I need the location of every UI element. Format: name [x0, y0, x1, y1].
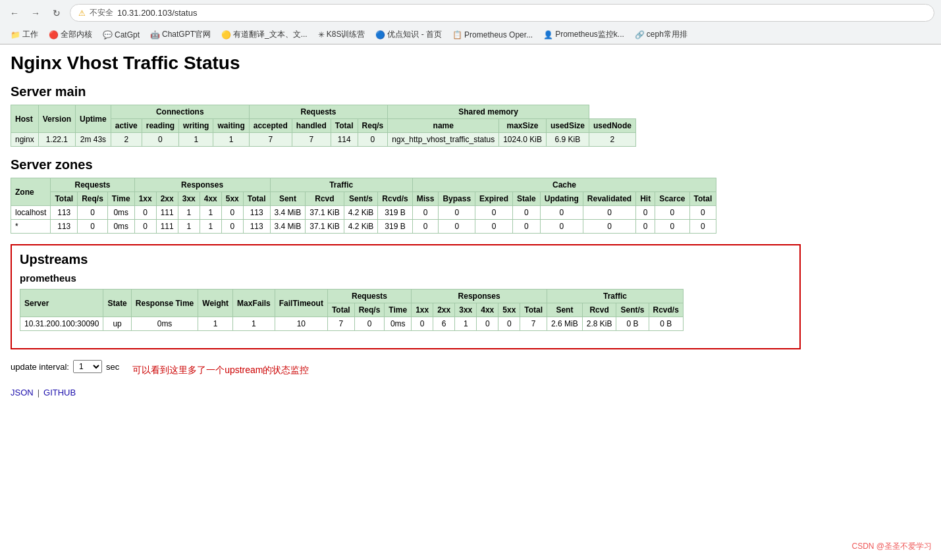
col-5xx: 5xx — [221, 192, 243, 206]
cell-zone: localhost — [11, 206, 51, 220]
cell-sent-s: 4.2 KiB — [344, 206, 378, 220]
cell-scarce: 0 — [655, 206, 689, 220]
cell-resp-total: 7 — [520, 317, 547, 331]
bookmark-icon: 🤖 — [150, 30, 160, 39]
col-requests: Requests — [51, 178, 134, 192]
col-req-total: Total — [51, 192, 78, 206]
cell-miss: 0 — [412, 220, 439, 234]
col-bypass: Bypass — [439, 192, 475, 206]
bookmark-label: K8S训练营 — [327, 29, 365, 40]
col-req-time: Time — [385, 303, 412, 317]
bookmark-label: Prometheus监控k... — [555, 29, 624, 40]
page-title: Nginx Vhost Traffic Status — [11, 53, 930, 74]
cell-maxsize: 1024.0 KiB — [499, 133, 547, 147]
upstream-name: prometheus — [20, 272, 792, 284]
cell-4xx: 0 — [477, 317, 498, 331]
forward-button[interactable]: → — [28, 5, 43, 21]
json-link[interactable]: JSON — [11, 388, 34, 397]
bookmark-item[interactable]: 🔴全部内核 — [45, 28, 96, 41]
cell-rcvd-s: 0 B — [649, 317, 683, 331]
col-usedsize: usedSize — [546, 119, 589, 133]
cell-miss: 0 — [412, 206, 439, 220]
bookmark-item[interactable]: 📁工作 — [7, 28, 42, 41]
bookmark-label: 工作 — [22, 29, 38, 40]
bookmark-item[interactable]: 🟡有道翻译_文本、文... — [217, 28, 311, 41]
cell-max-fails: 1 — [233, 317, 275, 331]
security-warning-icon: ⚠ — [78, 9, 86, 18]
col-response-time: Response Time — [131, 290, 198, 317]
browser-nav: ← → ↻ ⚠ 不安全 10.31.200.103/status — [0, 0, 941, 26]
col-req-total: Total — [327, 303, 354, 317]
col-1xx: 1xx — [134, 192, 156, 206]
cell-req-s: 0 — [78, 206, 108, 220]
cell-4xx: 1 — [200, 206, 221, 220]
table-row: localhost 113 0 0ms 0 111 1 1 0 113 3.4 … — [11, 206, 716, 220]
col-3xx: 3xx — [455, 303, 477, 317]
cell-waiting: 1 — [213, 133, 249, 147]
bookmark-item[interactable]: 🔗ceph常用排 — [631, 28, 691, 41]
col-host: Host — [11, 105, 39, 133]
col-sm-name: name — [388, 119, 499, 133]
col-1xx: 1xx — [412, 303, 433, 317]
cell-req-time: 0ms — [107, 206, 134, 220]
insecure-label: 不安全 — [90, 7, 113, 18]
update-interval-select[interactable]: 12510 — [73, 360, 102, 373]
cell-rcvd: 2.8 KiB — [582, 317, 616, 331]
bookmark-label: 有道翻译_文本、文... — [233, 29, 308, 40]
col-fail-timeout: FailTimeout — [275, 290, 327, 317]
col-uptime: Uptime — [76, 105, 111, 133]
cell-sent: 3.4 MiB — [270, 220, 306, 234]
cell-weight: 1 — [198, 317, 233, 331]
bookmarks-bar: 📁工作🔴全部内核💬CatGpt🤖ChatGPT官网🟡有道翻译_文本、文...✳K… — [0, 26, 941, 44]
cell-3xx: 1 — [178, 206, 200, 220]
address-bar[interactable]: ⚠ 不安全 10.31.200.103/status — [70, 4, 934, 22]
bookmark-icon: 🔵 — [375, 30, 385, 39]
cell-req-time: 0ms — [107, 220, 134, 234]
col-5xx: 5xx — [498, 303, 520, 317]
col-rcvd: Rcvd — [306, 192, 344, 206]
cell-total: 114 — [331, 133, 358, 147]
cell-fail-timeout: 10 — [275, 317, 327, 331]
server-zones-table: Zone Requests Responses Traffic Cache To… — [11, 178, 716, 234]
url-text: 10.31.200.103/status — [117, 8, 197, 18]
col-hit: Hit — [636, 192, 655, 206]
cell-bypass: 0 — [439, 206, 475, 220]
cell-stale: 0 — [513, 220, 541, 234]
col-req-req-s: Req/s — [78, 192, 108, 206]
cell-1xx: 0 — [134, 206, 156, 220]
cell-req-s: 0 — [358, 133, 388, 147]
col-3xx: 3xx — [178, 192, 200, 206]
cell-sent: 2.6 MiB — [547, 317, 583, 331]
bookmark-item[interactable]: 👤Prometheus监控k... — [539, 28, 628, 41]
col-rcvd-s: Rcvd/s — [649, 303, 683, 317]
bookmark-icon: 📁 — [11, 30, 20, 39]
col-2xx: 2xx — [156, 192, 178, 206]
table-row: nginx 1.22.1 2m 43s 2 0 1 1 7 7 114 0 ng… — [11, 133, 636, 147]
cell-accepted: 7 — [249, 133, 292, 147]
bookmark-item[interactable]: 📋Prometheus Oper... — [448, 29, 537, 41]
cell-5xx: 0 — [221, 206, 243, 220]
cell-rcvd-s: 319 B — [378, 206, 412, 220]
col-sent-s: Sent/s — [616, 303, 649, 317]
col-expired: Expired — [475, 192, 513, 206]
bookmark-item[interactable]: ✳K8S训练营 — [314, 28, 369, 41]
bookmark-item[interactable]: 💬CatGpt — [99, 29, 144, 41]
cell-5xx: 0 — [498, 317, 520, 331]
cell-server: 10.31.200.100:30090 — [20, 317, 103, 331]
bookmark-item[interactable]: 🔵优点知识 - 首页 — [371, 28, 446, 41]
cell-3xx: 1 — [178, 220, 200, 234]
cell-1xx: 0 — [412, 317, 433, 331]
github-link[interactable]: GITHUB — [43, 388, 76, 397]
bookmark-item[interactable]: 🤖ChatGPT官网 — [146, 28, 215, 41]
footer-links: JSON | GITHUB — [11, 388, 930, 397]
comment-text: 可以看到这里多了一个upstream的状态监控 — [132, 365, 309, 376]
cell-usednode: 2 — [589, 133, 635, 147]
cell-hit: 0 — [636, 220, 655, 234]
upstreams-table: Server State Response Time Weight MaxFai… — [20, 289, 684, 331]
update-interval: update interval: 12510 sec — [11, 360, 119, 373]
reload-button[interactable]: ↻ — [49, 5, 65, 21]
cell-uptime: 2m 43s — [76, 133, 111, 147]
back-button[interactable]: ← — [7, 5, 22, 21]
cell-3xx: 1 — [455, 317, 477, 331]
cell-1xx: 0 — [134, 220, 156, 234]
